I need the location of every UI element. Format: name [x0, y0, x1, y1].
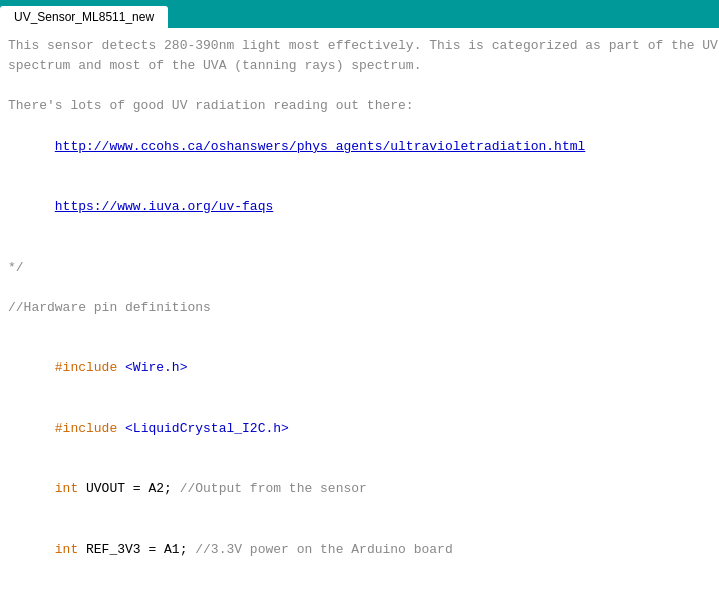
lcd-declare-line: LiquidCrystal_I2C lcd(0x27, 20, 4); — [8, 580, 711, 600]
link-1[interactable]: http://www.ccohs.ca/oshanswers/phys_agen… — [55, 139, 586, 154]
blank-line-4 — [8, 318, 711, 338]
ref-comment: //3.3V power on the Arduino board — [195, 542, 452, 557]
comment-line-2: spectrum and most of the UVA (tanning ra… — [8, 56, 711, 76]
include-file-2: <LiquidCrystal_I2C.h> — [125, 421, 289, 436]
link-2[interactable]: https://www.iuva.org/uv-faqs — [55, 199, 273, 214]
tab-label: UV_Sensor_ML8511_new — [14, 10, 154, 24]
comment-line-3: There's lots of good UV radiation readin… — [8, 96, 711, 116]
int-keyword-1: int — [55, 481, 78, 496]
include-directive-2: #include — [55, 421, 125, 436]
blank-line-2 — [8, 237, 711, 257]
comment-end: */ — [8, 258, 711, 278]
include-line-2: #include <LiquidCrystal_I2C.h> — [8, 399, 711, 459]
tab-bar: UV_Sensor_ML8511_new — [0, 0, 719, 28]
uvout-line: int UVOUT = A2; //Output from the sensor — [8, 459, 711, 519]
hardware-comment: //Hardware pin definitions — [8, 298, 711, 318]
include-line-1: #include <Wire.h> — [8, 338, 711, 398]
comment-line-1: This sensor detects 280-390nm light most… — [8, 36, 711, 56]
code-area: This sensor detects 280-390nm light most… — [0, 28, 719, 600]
link-line-1[interactable]: http://www.ccohs.ca/oshanswers/phys_agen… — [8, 117, 711, 177]
link-line-2[interactable]: https://www.iuva.org/uv-faqs — [8, 177, 711, 237]
uvout-comment: //Output from the sensor — [180, 481, 367, 496]
int-keyword-2: int — [55, 542, 78, 557]
active-tab[interactable]: UV_Sensor_ML8511_new — [0, 6, 168, 28]
blank-line-3 — [8, 278, 711, 298]
ref3v3-line: int REF_3V3 = A1; //3.3V power on the Ar… — [8, 519, 711, 579]
app-container: UV_Sensor_ML8511_new This sensor detects… — [0, 0, 719, 600]
include-directive-1: #include — [55, 360, 125, 375]
blank-line-1 — [8, 76, 711, 96]
include-file-1: <Wire.h> — [125, 360, 187, 375]
